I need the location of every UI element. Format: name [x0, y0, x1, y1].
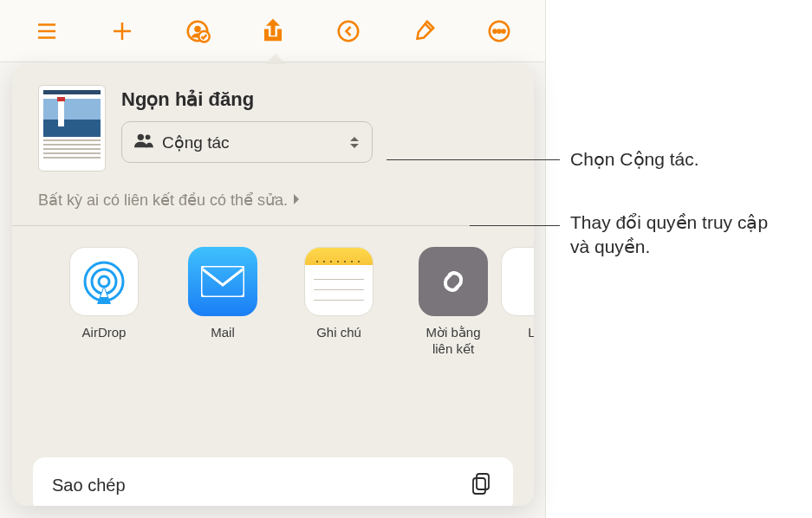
collab-badge-icon[interactable] — [182, 16, 212, 47]
invite-link-label: Mời bằng liên kết — [425, 325, 480, 358]
document-title: Ngọn hải đăng — [121, 88, 513, 111]
svg-rect-18 — [201, 266, 244, 297]
mail-app[interactable]: Mail — [165, 247, 281, 358]
share-icon[interactable] — [257, 16, 288, 47]
reminders-label-partial: Lờ — [528, 325, 534, 341]
device-frame: Ngọn hải đăng Cộng tác Bất kỳ ai có liên… — [0, 0, 546, 518]
people-icon — [134, 133, 153, 152]
svg-rect-19 — [477, 474, 489, 489]
popover-arrow — [265, 54, 286, 64]
copy-label: Sao chép — [52, 476, 126, 495]
svg-point-10 — [493, 29, 496, 32]
more-icon[interactable] — [484, 16, 514, 47]
svg-point-8 — [338, 21, 358, 41]
svg-point-6 — [194, 25, 201, 32]
invite-link-app[interactable]: Mời bằng liên kết — [397, 247, 510, 358]
airdrop-app[interactable]: AirDrop — [43, 247, 165, 358]
permissions-row[interactable]: Bất kỳ ai có liên kết đều có thể sửa. — [12, 191, 534, 225]
share-sheet: Ngọn hải đăng Cộng tác Bất kỳ ai có liên… — [12, 64, 534, 506]
document-header: Ngọn hải đăng Cộng tác — [12, 85, 534, 172]
add-icon[interactable] — [107, 16, 137, 47]
airdrop-label: AirDrop — [82, 325, 127, 341]
svg-point-11 — [497, 29, 500, 32]
copy-action[interactable]: Sao chép — [33, 457, 513, 506]
svg-rect-20 — [473, 478, 485, 494]
notes-app[interactable]: Ghi chú — [281, 247, 397, 358]
link-icon — [419, 247, 488, 316]
mail-icon — [188, 247, 257, 316]
chevron-right-icon — [293, 191, 301, 210]
reminders-app-partial[interactable]: Lờ — [510, 247, 534, 358]
callout-line-collab — [387, 159, 560, 160]
reminders-icon — [501, 247, 534, 316]
collaboration-mode-select[interactable]: Cộng tác — [121, 121, 373, 163]
svg-point-13 — [138, 134, 144, 140]
airdrop-icon — [69, 247, 139, 316]
share-apps-row: AirDrop Mail Ghi chú — [12, 226, 534, 358]
callout-line-perm — [470, 225, 560, 226]
permissions-text: Bất kỳ ai có liên kết đều có thể sửa. — [38, 191, 288, 210]
copy-icon — [470, 471, 494, 500]
notes-icon — [304, 247, 374, 316]
document-thumbnail — [38, 85, 106, 172]
undo-icon[interactable] — [333, 16, 363, 47]
list-icon[interactable] — [31, 16, 62, 47]
callout-collab: Chọn Cộng tác. — [570, 147, 699, 172]
collaboration-label: Cộng tác — [162, 133, 341, 152]
callout-permissions: Thay đổi quyền truy cập và quyền. — [570, 210, 778, 260]
mail-label: Mail — [211, 325, 235, 341]
svg-point-14 — [146, 134, 151, 139]
brush-icon[interactable] — [408, 16, 438, 47]
notes-label: Ghi chú — [316, 325, 361, 341]
chevron-updown-icon — [349, 136, 360, 149]
svg-point-12 — [502, 29, 504, 32]
